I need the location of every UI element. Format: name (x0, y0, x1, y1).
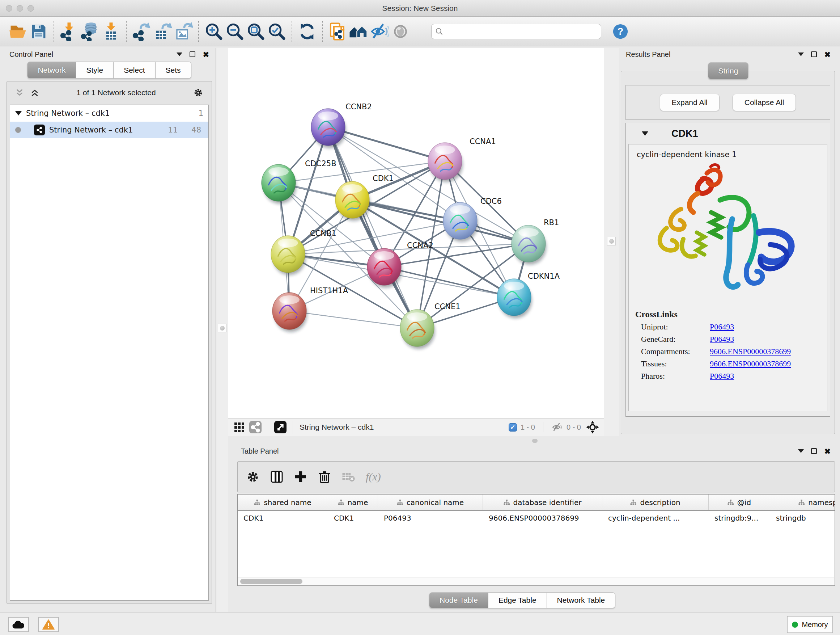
network-edge[interactable] (328, 127, 417, 328)
export-network-button[interactable] (131, 20, 152, 43)
selected-checkbox-icon[interactable]: ✓ (508, 423, 517, 432)
network-node-CCNA2[interactable] (367, 249, 402, 288)
network-node-CCNA1[interactable] (428, 143, 463, 182)
panel-float-icon[interactable] (189, 51, 195, 57)
export-image-button[interactable] (173, 20, 194, 43)
column-header-namespace[interactable]: namespace (770, 494, 835, 510)
crosslink-link[interactable]: 9606.ENSP00000378699 (710, 347, 791, 356)
table-cell[interactable]: CDK1 (238, 511, 328, 526)
refresh-view-button[interactable] (297, 20, 317, 43)
table-settings-gear-icon[interactable] (246, 470, 260, 484)
tab-style[interactable]: Style (76, 62, 114, 79)
right-splitter-handle[interactable] (607, 237, 616, 245)
panel-menu-icon[interactable] (798, 449, 804, 453)
panel-float-icon[interactable] (811, 448, 817, 454)
collapse-all-icon[interactable] (15, 88, 24, 97)
table-cell[interactable]: 9606.ENSP00000378699 (483, 511, 602, 526)
table-row[interactable]: CDK1CDK1P064939606.ENSP00000378699cyclin… (238, 511, 835, 526)
open-view-in-window-button[interactable] (272, 420, 288, 434)
toggle-bird-view-button[interactable] (390, 20, 411, 43)
tab-network-table[interactable]: Network Table (547, 592, 616, 608)
section-expand-icon[interactable] (642, 131, 648, 136)
tab-node-table[interactable]: Node Table (429, 592, 488, 608)
expand-all-button[interactable]: Expand All (660, 94, 720, 111)
tab-sets[interactable]: Sets (156, 62, 191, 79)
network-canvas[interactable]: CCNB2CCNA1CDC25BCDK1CDC6RB1CCNB1CCNA2CDK… (228, 48, 604, 418)
string-network-graph[interactable]: CCNB2CCNA1CDC25BCDK1CDC6RB1CCNB1CCNA2CDK… (228, 48, 604, 418)
column-header--id[interactable]: @id (709, 494, 770, 510)
crosslink-link[interactable]: P06493 (710, 334, 734, 344)
network-node-CCNE1[interactable] (400, 310, 435, 349)
tab-string-results[interactable]: String (708, 62, 749, 79)
crosslink-link[interactable]: P06493 (710, 371, 734, 381)
left-splitter-handle[interactable] (218, 324, 226, 333)
crosslink-link[interactable]: 9606.ENSP00000378699 (710, 359, 791, 369)
hidden-eye-slash-icon[interactable] (551, 421, 563, 433)
panel-menu-icon[interactable] (177, 52, 182, 56)
network-row[interactable]: String Network – cdk1 11 48 (10, 122, 208, 138)
column-header-database-identifier[interactable]: database identifier (483, 494, 602, 510)
network-node-HIST1H1A[interactable] (272, 293, 307, 332)
network-node-CDK1[interactable] (335, 181, 370, 221)
column-header-name[interactable]: name (328, 494, 378, 510)
fit-selected-button[interactable] (584, 420, 600, 434)
show-home-panel-button[interactable] (348, 20, 369, 43)
panel-close-icon[interactable]: ✖ (824, 51, 831, 58)
close-window-button[interactable] (6, 5, 12, 11)
add-column-icon[interactable] (294, 470, 308, 484)
network-node-CCNB1[interactable] (271, 236, 306, 275)
import-table-from-file-button[interactable] (101, 20, 122, 43)
gene-section-header[interactable]: CDK1 (626, 123, 830, 144)
zoom-out-button[interactable] (224, 20, 245, 43)
zoom-fit-button[interactable] (245, 20, 266, 43)
tab-select[interactable]: Select (114, 62, 155, 79)
tab-network[interactable]: Network (27, 62, 76, 79)
column-header-description[interactable]: description (602, 494, 709, 510)
collection-expand-icon[interactable] (15, 111, 22, 116)
save-session-button[interactable] (28, 20, 49, 43)
crosslink-link[interactable]: P06493 (710, 322, 734, 332)
cloud-status-button[interactable] (8, 617, 29, 632)
network-node-CCNB2[interactable] (311, 109, 346, 148)
delete-column-trash-icon[interactable] (317, 470, 332, 484)
open-session-button[interactable] (7, 20, 28, 43)
global-search[interactable] (431, 24, 601, 39)
panel-close-icon[interactable]: ✖ (824, 448, 831, 455)
string-view-button[interactable] (248, 420, 264, 434)
network-collection-row[interactable]: String Network – cdk1 1 (10, 105, 208, 122)
table-cell[interactable]: cyclin-dependent ... (602, 511, 709, 526)
panel-float-icon[interactable] (811, 51, 817, 57)
column-header-shared-name[interactable]: shared name (238, 494, 328, 510)
show-columns-icon[interactable] (270, 470, 284, 484)
export-table-button[interactable] (152, 20, 173, 43)
horizontal-splitter-handle[interactable] (532, 439, 538, 443)
network-edge[interactable] (289, 311, 417, 328)
hide-panels-button[interactable] (369, 20, 390, 43)
help-button[interactable]: ? (610, 20, 631, 43)
node-table[interactable]: shared namenamecanonical namedatabase id… (237, 494, 835, 586)
network-node-CDC25B[interactable] (262, 165, 296, 204)
table-cell[interactable]: stringdb:9... (709, 511, 770, 526)
horizontal-splitter[interactable] (216, 436, 840, 445)
warnings-button[interactable] (38, 617, 59, 632)
scrollbar-thumb[interactable] (240, 579, 302, 584)
import-network-from-file-button[interactable] (58, 20, 80, 43)
network-node-RB1[interactable] (512, 225, 546, 264)
table-horizontal-scrollbar[interactable] (238, 577, 834, 585)
minimize-window-button[interactable] (17, 5, 23, 11)
table-cell[interactable]: P06493 (378, 511, 483, 526)
left-splitter[interactable] (216, 48, 228, 612)
tab-edge-table[interactable]: Edge Table (488, 592, 547, 608)
grid-view-button[interactable] (232, 420, 248, 434)
column-header-canonical-name[interactable]: canonical name (378, 494, 483, 510)
table-cell[interactable]: stringdb (770, 511, 835, 526)
collapse-all-button[interactable]: Collapse All (733, 94, 796, 111)
network-node-CDKN1A[interactable] (497, 279, 532, 318)
network-options-gear-icon[interactable] (193, 87, 204, 98)
zoom-in-button[interactable] (203, 20, 224, 43)
zoom-selected-button[interactable] (266, 20, 287, 43)
right-splitter[interactable] (604, 48, 619, 436)
duplicate-network-view-button[interactable] (327, 20, 348, 43)
memory-button[interactable]: Memory (787, 616, 833, 633)
panel-menu-icon[interactable] (798, 52, 804, 56)
